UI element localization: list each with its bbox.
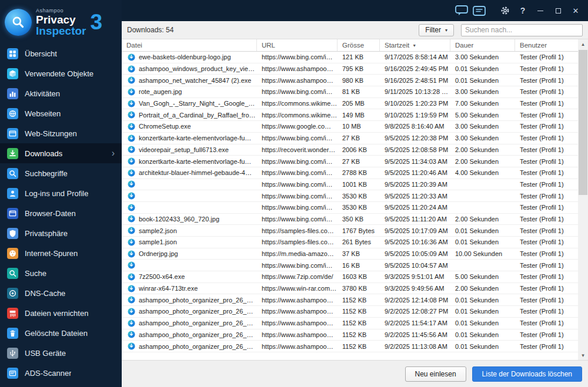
table-row[interactable]: https://www.bing.com/i…1001 KB9/5/2025 1… (122, 179, 578, 191)
usb-icon (7, 348, 18, 359)
vertical-scrollbar[interactable]: ▴ ▾ (578, 39, 588, 360)
sidebar-item-label: Webseiten (25, 109, 61, 118)
reload-button[interactable]: Neu einlesen (405, 366, 466, 382)
filter-button[interactable]: Filter ▾ (419, 24, 454, 36)
download-file-icon (128, 111, 135, 119)
search-input[interactable] (461, 24, 583, 36)
sidebar-item-ads-scanner[interactable]: ADS-Scanner (0, 363, 122, 383)
sidebar-item-label: USB Geräte (25, 349, 66, 358)
download-file-icon (128, 65, 135, 73)
sidebar-item-verwendete-objekte[interactable]: Verwendete Objekte (0, 63, 122, 83)
table-row[interactable]: ashampoo_windows_product_key_vie…https:/… (122, 63, 578, 75)
sidebar-item-internet-spuren[interactable]: Internet-Spuren (0, 243, 122, 263)
table-row[interactable]: ChromeSetup.exehttps://www.google.co…10 … (122, 121, 578, 133)
logo-brand: Ashampoo (36, 8, 86, 14)
column-header-0[interactable]: Datei (122, 39, 257, 51)
table-row[interactable]: ewe-baskets-oldenburg-logo.jpghttps://ww… (122, 52, 578, 63)
sidebar-item-label: DNS-Cache (25, 289, 65, 298)
cell-benutzer: Tester (Profil 1) (515, 156, 578, 167)
table-row[interactable]: sample1.jsonhttps://samples-files.co…261… (122, 237, 578, 248)
cell-datei: rote_augen.jpg (122, 86, 257, 97)
cell-dauer: 0.01 Sekunden (450, 318, 515, 329)
sidebar-item-usb-geraete[interactable]: USB Geräte (0, 343, 122, 363)
table-row[interactable]: https://www.bing.com/i…16 KB9/5/2025 10:… (122, 260, 578, 271)
sidebar-item-geloeschte-dateien[interactable]: Gelöschte Dateien (0, 323, 122, 343)
table-row[interactable]: winrar-x64-713tr.exehttps://www.win-rar.… (122, 283, 578, 295)
note-icon[interactable] (470, 0, 488, 21)
gear-icon[interactable] (496, 0, 514, 21)
table-row[interactable]: Ordnerjpg.jpghttps://m.media-amazo…37 KB… (122, 248, 578, 260)
table-row[interactable]: Van_Gogh_-_Starry_Night_-_Google_A…https… (122, 98, 578, 110)
table-row[interactable]: book-1202433_960_720.jpghttps://www.bing… (122, 214, 578, 226)
table-row[interactable]: https://www.bing.com/i…3530 KB9/5/2025 1… (122, 190, 578, 202)
scroll-up-icon[interactable]: ▴ (578, 39, 588, 49)
download-file-icon (128, 331, 135, 338)
feedback-icon[interactable] (453, 0, 470, 21)
table-row[interactable]: konzertkarte-karte-elementvorlage-fu…htt… (122, 133, 578, 144)
cell-startzeit: 9/5/2025 11:11:20 AM (380, 214, 450, 225)
sidebar-item-dateien-vernichten[interactable]: Dateien vernichten (0, 303, 122, 323)
table-row[interactable]: konzertkarte-karte-elementvorlage-fu…htt… (122, 156, 578, 167)
chevron-right-icon: › (112, 149, 115, 158)
download-file-icon (128, 215, 135, 223)
sidebar-item-dns-cache[interactable]: DNS-Cache (0, 283, 122, 303)
table-row[interactable]: ashampoo_photo_organizer_pro_26_…https:/… (122, 318, 578, 329)
sidebar-item-uebersicht[interactable]: Übersicht (0, 43, 122, 63)
sidebar-item-downloads[interactable]: Downloads› (0, 143, 122, 163)
sidebar-item-webseiten[interactable]: Webseiten (0, 103, 122, 123)
clear-downloads-button[interactable]: Liste der Downloads löschen (472, 366, 582, 382)
sidebar-item-web-sitzungen[interactable]: Web-Sitzungen (0, 123, 122, 143)
column-header-5[interactable]: Benutzer (515, 39, 578, 51)
sidebar-item-logins-und-profile[interactable]: Log-ins und Profile (0, 183, 122, 203)
sidebar-item-browser-daten[interactable]: Browser-Daten (0, 203, 122, 223)
column-header-2[interactable]: Grösse (338, 39, 380, 51)
scrollbar-thumb[interactable] (579, 50, 587, 195)
cell-groesse: 27 KB (338, 133, 380, 144)
download-file-icon (128, 342, 135, 350)
sidebar-item-suche[interactable]: Suche (0, 263, 122, 283)
cell-datei: architektur-blauer-himmel-gebaude-4… (122, 167, 257, 179)
close-button[interactable]: ✕ (567, 0, 584, 21)
cell-url: https://recoverit.wonder… (257, 144, 338, 156)
table-row[interactable]: https://www.bing.com/i…3530 KB9/5/2025 1… (122, 202, 578, 214)
cell-url: https://samples-files.co… (257, 237, 338, 248)
cell-dauer: 0.01 Sekunden (450, 329, 515, 341)
download-file-icon (128, 134, 135, 142)
cube-icon (7, 68, 18, 79)
cell-url: https://www.bing.com/i… (257, 260, 338, 271)
cell-datei: sample2.json (122, 225, 257, 236)
cell-dauer: 3.00 Sekunden (450, 52, 515, 63)
table-row[interactable]: sample2.jsonhttps://samples-files.co…176… (122, 225, 578, 237)
cell-benutzer: Tester (Profil 1) (515, 306, 578, 317)
help-button[interactable]: ? (514, 0, 532, 21)
table-row[interactable]: videorepair_setup_full6713.exehttps://re… (122, 144, 578, 156)
app-window: ? ✕ Ashampoo Privacy Inspector 3 Übersic… (0, 0, 588, 387)
logo-product-line1: Privacy (36, 14, 86, 25)
scroll-down-icon[interactable]: ▾ (578, 351, 588, 360)
table-row[interactable]: ashampoo_photo_organizer_pro_26_…https:/… (122, 329, 578, 341)
cell-groesse: 3530 KB (338, 202, 380, 213)
table-row[interactable]: ashampoo_net_watcher_45847 (2).exehttps:… (122, 75, 578, 86)
table-header: DateiURLGrösseStartzeit▼DauerBenutzer (122, 39, 578, 52)
cell-dauer: 0.01 Sekunden (450, 75, 515, 86)
download-file-icon (128, 285, 135, 292)
cell-dauer: 7.00 Sekunden (450, 98, 515, 109)
maximize-button[interactable] (549, 0, 567, 21)
cell-datei: konzertkarte-karte-elementvorlage-fu… (122, 156, 257, 167)
table-row[interactable]: ashampoo_photo_organizer_pro_26_…https:/… (122, 306, 578, 318)
table-row[interactable]: 7z2500-x64.exehttps://www.7zip.com/de/16… (122, 271, 578, 283)
minimize-button[interactable] (532, 0, 549, 21)
sidebar-item-aktivitaeten[interactable]: Aktivitäten (0, 83, 122, 103)
sidebar-item-privatsphaere[interactable]: Privatsphäre (0, 223, 122, 243)
column-header-4[interactable]: Dauer (450, 39, 515, 51)
download-file-icon (128, 273, 135, 281)
column-header-3[interactable]: Startzeit▼ (380, 39, 450, 51)
table-row[interactable]: architektur-blauer-himmel-gebaude-4…http… (122, 167, 578, 179)
table-row[interactable]: ashampoo_photo_organizer_pro_26_…https:/… (122, 341, 578, 352)
column-header-1[interactable]: URL (257, 39, 338, 51)
table-row[interactable]: ashampoo_photo_organizer_pro_26_…https:/… (122, 294, 578, 306)
table-row[interactable]: Portrait_of_a_Cardinal_by_Raffael_fro…ht… (122, 109, 578, 121)
table-row[interactable]: rote_augen.jpghttps://www.bing.com/i…81 … (122, 86, 578, 98)
cell-dauer: 5.00 Sekunden (450, 271, 515, 282)
sidebar-item-suchbegriffe[interactable]: Suchbegriffe (0, 163, 122, 183)
